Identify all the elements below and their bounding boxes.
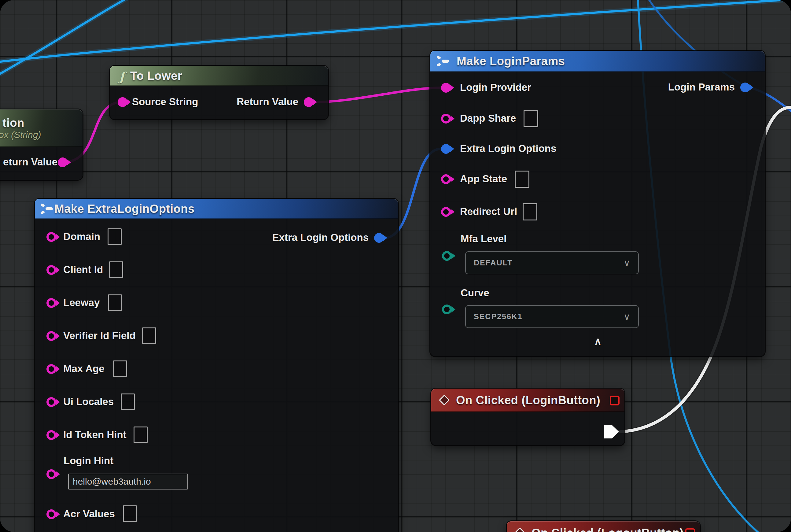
node-make-login-params[interactable]: Make LoginParams Login Params Login Prov…: [430, 51, 765, 356]
pin-label-extra-login-options-out: Extra Login Options: [272, 232, 369, 243]
node-title: Make LoginParams: [457, 55, 565, 68]
pin-label-leeway: Leeway: [63, 297, 100, 308]
event-diamond-icon: [515, 527, 525, 532]
input-pin-id-token-hint[interactable]: [46, 430, 56, 440]
node-string-source-partial[interactable]: tion ox (String) eturn Value: [0, 110, 82, 180]
curve-dropdown[interactable]: SECP256K1 ∨: [465, 305, 639, 328]
verifier-id-field-value-field[interactable]: [142, 327, 156, 344]
delegate-pin[interactable]: [610, 396, 619, 405]
redirect-url-value-field[interactable]: [523, 203, 537, 221]
pin-label-ui-locales: Ui Locales: [63, 396, 114, 407]
pin-label-login-params-out: Login Params: [668, 81, 735, 93]
input-pin-client-id[interactable]: [46, 265, 56, 275]
input-pin-domain[interactable]: [46, 232, 56, 242]
input-pin-verifier-id-field[interactable]: [46, 331, 56, 341]
client-id-value-field[interactable]: [109, 261, 123, 278]
mfa-level-value: DEFAULT: [474, 258, 513, 267]
pin-label-acr-values: Acr Values: [63, 508, 115, 520]
ui-locales-value-field[interactable]: [121, 394, 135, 410]
function-f-icon: ƒ: [119, 70, 124, 84]
node-subtitle: ox (String): [0, 130, 41, 140]
pin-label-return-value: Return Value: [236, 96, 298, 108]
node-on-clicked-login-header[interactable]: On Clicked (LoginButton): [431, 388, 624, 412]
node-on-clicked-logout-header[interactable]: On Clicked (LogoutButton): [507, 521, 700, 532]
node-make-extra-login-options[interactable]: Make ExtraLoginOptions Extra Login Optio…: [35, 199, 398, 532]
node-to-lower-header[interactable]: ƒ To Lower: [110, 66, 328, 86]
pin-label-app-state: App State: [460, 173, 507, 185]
pin-label-curve: Curve: [461, 287, 489, 299]
collapse-node-button[interactable]: ∧: [589, 335, 607, 348]
pin-label-client-id: Client Id: [63, 264, 103, 276]
output-pin-login-params[interactable]: [740, 82, 750, 92]
delegate-pin[interactable]: [685, 528, 695, 532]
leeway-value-field[interactable]: [108, 294, 122, 311]
node-to-lower[interactable]: ƒ To Lower Source String Return Value: [110, 66, 328, 119]
pin-label-extra-login-options: Extra Login Options: [460, 143, 556, 154]
node-title: On Clicked (LoginButton): [456, 394, 600, 407]
pin-label-source-string: Source String: [132, 96, 198, 108]
node-title: To Lower: [130, 70, 182, 82]
pin-label-mfa-level: Mfa Level: [461, 233, 506, 245]
pin-label-domain: Domain: [63, 231, 100, 243]
login-hint-text-input[interactable]: hello@web3auth.io: [68, 474, 188, 490]
dapp-share-value-field[interactable]: [524, 110, 538, 127]
chevron-down-icon: ∨: [623, 258, 630, 268]
login-hint-value: hello@web3auth.io: [73, 476, 151, 487]
node-make-extra-header[interactable]: Make ExtraLoginOptions: [35, 199, 398, 219]
pin-label-id-token-hint: Id Token Hint: [63, 429, 127, 441]
blueprint-editor-screenshot: tion ox (String) eturn Value ƒ To Lower …: [0, 0, 791, 532]
make-struct-icon: [40, 203, 54, 214]
node-title: On Clicked (LogoutButton): [532, 527, 684, 532]
node-on-clicked-logout-button[interactable]: On Clicked (LogoutButton): [507, 521, 700, 532]
id-token-hint-value-field[interactable]: [134, 426, 148, 443]
input-pin-login-hint[interactable]: [46, 469, 56, 479]
chevron-down-icon: ∨: [623, 311, 630, 322]
output-pin-extra-login-options[interactable]: [374, 233, 384, 243]
input-pin-mfa-level[interactable]: [442, 251, 452, 261]
output-pin-return-value[interactable]: [58, 157, 67, 167]
input-pin-extra-login-options[interactable]: [441, 144, 451, 154]
pin-label-redirect-url: Redirect Url: [460, 206, 517, 217]
app-state-value-field[interactable]: [515, 171, 529, 188]
make-struct-icon: [437, 56, 450, 66]
input-pin-app-state[interactable]: [441, 174, 451, 184]
input-pin-redirect-url[interactable]: [441, 207, 451, 217]
pin-label-return-value: eturn Value: [3, 156, 57, 168]
input-pin-max-age[interactable]: [46, 364, 56, 374]
input-pin-source-string[interactable]: [118, 97, 128, 107]
node-title: Make ExtraLoginOptions: [54, 203, 195, 215]
pin-label-dapp-share: Dapp Share: [460, 113, 516, 124]
pin-label-max-age: Max Age: [63, 363, 104, 375]
output-pin-return-value[interactable]: [304, 97, 314, 107]
domain-value-field[interactable]: [108, 228, 122, 245]
node-title: tion: [2, 116, 24, 130]
node-make-login-params-header[interactable]: Make LoginParams: [430, 51, 765, 72]
input-pin-leeway[interactable]: [46, 298, 56, 308]
mfa-level-dropdown[interactable]: DEFAULT ∨: [465, 251, 639, 274]
input-pin-ui-locales[interactable]: [46, 397, 56, 407]
pin-label-login-hint: Login Hint: [63, 455, 113, 467]
event-diamond-icon: [439, 395, 449, 405]
acr-values-value-field[interactable]: [123, 506, 137, 522]
input-pin-curve[interactable]: [442, 305, 452, 314]
input-pin-acr-values[interactable]: [46, 509, 56, 519]
node-string-source-header[interactable]: tion ox (String): [0, 110, 82, 147]
blueprint-graph-canvas[interactable]: tion ox (String) eturn Value ƒ To Lower …: [0, 0, 791, 532]
pin-label-verifier-id-field: Verifier Id Field: [63, 330, 136, 342]
exec-output-pin[interactable]: [604, 425, 619, 438]
wire-pink-tolower-to-provider[interactable]: [314, 88, 441, 102]
pin-label-login-provider: Login Provider: [460, 82, 531, 93]
node-on-clicked-login-button[interactable]: On Clicked (LoginButton): [431, 388, 624, 445]
curve-value: SECP256K1: [474, 312, 523, 321]
max-age-value-field[interactable]: [113, 360, 127, 377]
input-pin-dapp-share[interactable]: [441, 114, 451, 124]
input-pin-login-provider[interactable]: [441, 83, 451, 93]
